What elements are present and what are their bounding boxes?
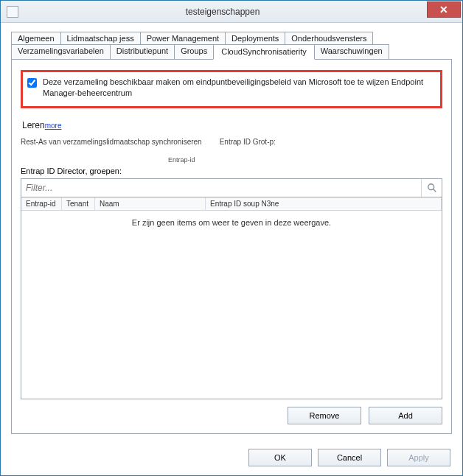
groups-label: Entrap ID Director, groepen: — [21, 167, 442, 175]
tab-strip: Algemeen Lidmaatschap jess Power Managem… — [11, 32, 452, 59]
learn-more-link[interactable]: more — [45, 122, 62, 130]
tab-power-management[interactable]: Power Management — [140, 32, 226, 45]
close-button[interactable]: ✕ — [427, 1, 461, 18]
sync-label: Rest-As van verzamelingslidmaatschap syn… — [21, 138, 202, 146]
cancel-button[interactable]: Cancel — [318, 449, 381, 466]
col-naam[interactable]: Naam — [95, 197, 206, 210]
groups-grid: Entrap-id Tenant Naam Entrap ID soup N3n… — [21, 197, 442, 399]
enable-endpoint-security-checkbox[interactable] — [27, 78, 37, 88]
col-entra-id[interactable]: Entrap-id — [21, 197, 62, 210]
grid-body: Er zijn geen items om weer te geven in d… — [21, 211, 442, 399]
highlight-annotation: Deze verzameling beschikbaar maken om ei… — [21, 70, 442, 108]
tab-algemeen[interactable]: Algemeen — [11, 32, 61, 45]
tab-deployments[interactable]: Deployments — [225, 32, 285, 45]
titlebar: testeigenschappen ✕ — [1, 1, 462, 23]
dialog-window: testeigenschappen ✕ Algemeen Lidmaatscha… — [0, 0, 463, 476]
close-icon: ✕ — [439, 4, 448, 15]
remove-button[interactable]: Remove — [288, 407, 361, 424]
svg-line-1 — [433, 189, 436, 192]
sync-row: Rest-As van verzamelingslidmaatschap syn… — [21, 138, 442, 146]
entra-small-label: Entrap-id — [168, 156, 442, 164]
content-area: Algemeen Lidmaatschap jess Power Managem… — [1, 23, 462, 441]
window-title: testeigenschappen — [18, 7, 427, 17]
filter-box — [21, 178, 442, 197]
add-button[interactable]: Add — [369, 407, 442, 424]
app-icon — [7, 6, 18, 18]
col-entra-soup[interactable]: Entrap ID soup N3ne — [206, 197, 442, 210]
entra-group-label: Entrap ID Grot-p: — [220, 138, 276, 146]
dialog-button-row: OK Cancel Apply — [1, 441, 462, 475]
apply-button[interactable]: Apply — [387, 449, 450, 466]
tab-groups[interactable]: Groups — [174, 44, 214, 60]
tab-onderhoudsvensters[interactable]: Onderhoudsvensters — [285, 32, 373, 45]
filter-input[interactable] — [21, 179, 421, 197]
ok-button[interactable]: OK — [248, 449, 312, 466]
grid-empty-text: Er zijn geen items om weer te geven in d… — [132, 218, 331, 227]
learn-row: Lerenmore — [22, 120, 442, 130]
col-tenant[interactable]: Tenant — [62, 197, 95, 210]
tab-lidmaatschap[interactable]: Lidmaatschap jess — [60, 32, 141, 45]
tab-waarschuwingen[interactable]: Waarschuwingen — [314, 44, 389, 60]
svg-point-0 — [428, 183, 434, 189]
tab-distributiepunt[interactable]: Distributiepunt — [110, 44, 175, 60]
tab-cloudsync[interactable]: CloudSynchronisatierity — [213, 44, 315, 60]
search-icon[interactable] — [421, 179, 442, 197]
learn-label: Leren — [22, 120, 45, 130]
enable-endpoint-security-label: Deze verzameling beschikbaar maken om ei… — [43, 77, 434, 99]
tab-panel-cloudsync: Deze verzameling beschikbaar maken om ei… — [11, 59, 452, 434]
tab-verzamelingsvariabelen[interactable]: Verzamelingsvariabelen — [11, 44, 111, 60]
grid-button-row: Remove Add — [21, 407, 442, 424]
grid-header: Entrap-id Tenant Naam Entrap ID soup N3n… — [21, 197, 442, 211]
